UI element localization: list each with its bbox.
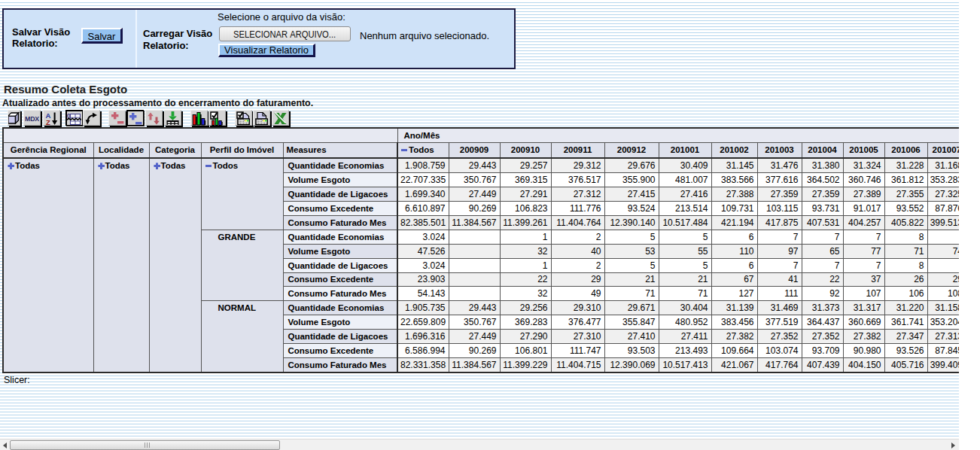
- svg-text:Z: Z: [46, 118, 50, 126]
- svg-text:MDX: MDX: [25, 115, 39, 123]
